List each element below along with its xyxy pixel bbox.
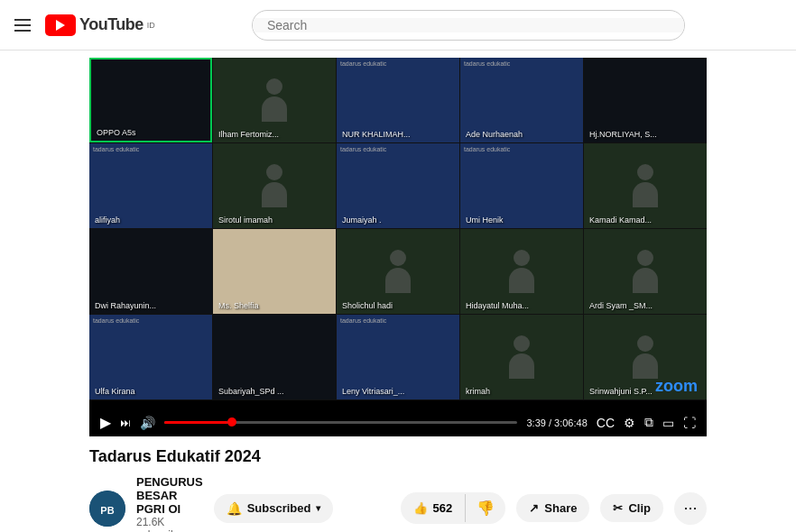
hamburger-menu[interactable]: [14, 19, 31, 32]
video-info: Tadarus Edukatif 2024 PB PENGURUS BESAR …: [89, 436, 707, 532]
grid-cell: Ulfa Kiranatadarus edukatic: [89, 315, 212, 399]
next-button[interactable]: ⏭: [120, 417, 131, 429]
main-content: OPPO A5s Ilham Fertomiz...NUR KHALIMAH..…: [0, 58, 796, 532]
grid-cell: Ade Nurhaenahtadarus edukatic: [460, 58, 583, 142]
chevron-down-icon: ▾: [316, 503, 320, 513]
thumbs-down-icon: 👎: [477, 500, 495, 516]
search-box: [252, 10, 685, 41]
cell-label: krimah: [466, 387, 490, 396]
grid-cell: OPPO A5s: [89, 58, 212, 142]
channel-info: PENGURUS BESAR PGRI OI 21.6K subscribers: [136, 475, 203, 532]
youtube-badge: ID: [147, 21, 155, 30]
grid-cell: Hj.NORLIYAH, S...: [584, 58, 707, 142]
progress-dot: [227, 417, 236, 427]
grid-cell: Jumaiyah .tadarus edukatic: [337, 143, 459, 228]
cell-label: Ade Nurhaenah: [466, 130, 523, 139]
cell-logo: tadarus edukatic: [464, 146, 510, 152]
youtube-logo[interactable]: YouTube ID: [45, 14, 155, 36]
cell-label: Ardi Syam _SM...: [589, 301, 653, 310]
cell-label: Sirotul imamah: [218, 216, 273, 225]
progress-fill: [164, 421, 227, 424]
channel-name[interactable]: PENGURUS BESAR PGRI OI: [136, 475, 203, 516]
cell-logo: tadarus edukatic: [464, 60, 510, 67]
cell-logo: tadarus edukatic: [340, 317, 386, 324]
cell-label: OPPO A5s: [97, 128, 136, 137]
cell-label: Ilham Fertomiz...: [218, 130, 279, 139]
grid-cell: Sholichul hadi: [337, 229, 459, 314]
search-area: [155, 10, 782, 41]
cell-label: Leny Vitriasari_...: [342, 387, 404, 396]
cell-label: Srinwahjuni S.P...: [589, 387, 653, 396]
grid-cell: Subariyah_SPd ...: [213, 315, 336, 399]
miniplayer-button[interactable]: ⧉: [644, 415, 653, 430]
time-display: 3:39 / 3:06:48: [526, 417, 587, 428]
cell-label: Hidayatul Muha...: [466, 301, 529, 310]
more-options-button[interactable]: ···: [674, 492, 707, 525]
share-icon: ↗: [529, 501, 539, 515]
progress-bar[interactable]: [164, 421, 517, 424]
cell-label: Ulfa Kirana: [95, 387, 135, 396]
channel-row: PB PENGURUS BESAR PGRI OI 21.6K subscrib…: [89, 475, 707, 532]
volume-button[interactable]: 🔊: [140, 416, 155, 430]
grid-cell: Dwi Rahayunin...: [89, 229, 212, 314]
settings-button[interactable]: ⚙: [624, 416, 635, 430]
cell-label: Sholichul hadi: [342, 301, 393, 310]
like-button[interactable]: 👍 562: [401, 494, 467, 522]
clip-button[interactable]: ✂ Clip: [600, 494, 663, 522]
theater-button[interactable]: ▭: [662, 416, 674, 430]
grid-cell: Leny Vitriasari_...tadarus edukatic: [337, 315, 459, 399]
channel-subs: 21.6K subscribers: [136, 516, 203, 532]
video-title: Tadarus Edukatif 2024: [89, 447, 707, 466]
fullscreen-button[interactable]: ⛶: [683, 416, 696, 430]
grid-cell: Ardi Syam _SM...: [584, 229, 707, 314]
subscribed-label: Subscribed: [247, 501, 311, 515]
share-button[interactable]: ↗ Share: [516, 494, 589, 522]
cell-logo: tadarus edukatic: [340, 146, 386, 152]
grid-cell: alifiyahtadarus edukatic: [89, 143, 212, 228]
grid-cell: Sirotul imamah: [213, 143, 336, 228]
cell-label: alifiyah: [95, 216, 120, 225]
grid-cell: Hidayatul Muha...: [460, 229, 583, 314]
dislike-button[interactable]: 👎: [466, 492, 505, 524]
cell-logo: tadarus edukatic: [93, 317, 139, 324]
grid-cell: Ilham Fertomiz...: [213, 58, 336, 142]
thumbs-up-icon: 👍: [413, 501, 428, 515]
grid-cell: NUR KHALIMAH...tadarus edukatic: [337, 58, 459, 142]
cell-label: Hj.NORLIYAH, S...: [589, 130, 657, 139]
grid-cell: Kamadi Kamad...: [584, 143, 707, 228]
subscribed-button[interactable]: 🔔 Subscribed ▾: [214, 494, 334, 523]
play-button[interactable]: ▶: [100, 414, 111, 431]
cell-label: Dwi Rahayunin...: [95, 301, 156, 310]
cc-button[interactable]: CC: [597, 416, 615, 430]
cell-label: NUR KHALIMAH...: [342, 130, 411, 139]
clip-label: Clip: [628, 501, 651, 515]
svg-text:PB: PB: [100, 505, 114, 516]
video-grid: OPPO A5s Ilham Fertomiz...NUR KHALIMAH..…: [89, 58, 707, 400]
cell-label: Kamadi Kamad...: [589, 216, 652, 225]
cell-logo: tadarus edukatic: [93, 146, 139, 152]
like-count: 562: [433, 501, 453, 515]
youtube-icon: [45, 14, 76, 36]
share-label: Share: [544, 501, 577, 515]
clip-icon: ✂: [613, 501, 623, 515]
youtube-text: YouTube: [79, 15, 143, 34]
like-dislike-group: 👍 562 👎: [401, 492, 506, 524]
video-controls: ▶ ⏭ 🔊 3:39 / 3:06:48 CC ⚙ ⧉ ▭ ⛶: [89, 407, 707, 436]
cell-label: Ms. Shelfia: [218, 301, 259, 310]
channel-avatar[interactable]: PB: [89, 491, 125, 527]
cell-label: Jumaiyah .: [342, 216, 382, 225]
cell-label: Umi Henik: [466, 216, 504, 225]
cell-logo: tadarus edukatic: [340, 60, 386, 67]
more-icon: ···: [683, 499, 697, 518]
search-input[interactable]: [253, 18, 684, 32]
grid-cell: krimah: [460, 315, 583, 399]
video-player[interactable]: OPPO A5s Ilham Fertomiz...NUR KHALIMAH..…: [89, 58, 707, 436]
header: YouTube ID: [0, 0, 796, 50]
grid-cell: Ms. Shelfia: [213, 229, 336, 314]
zoom-logo: zoom: [655, 377, 698, 396]
cell-label: Subariyah_SPd ...: [218, 387, 284, 396]
grid-cell: Umi Heniktadarus edukatic: [460, 143, 583, 228]
bell-icon: 🔔: [227, 501, 242, 516]
